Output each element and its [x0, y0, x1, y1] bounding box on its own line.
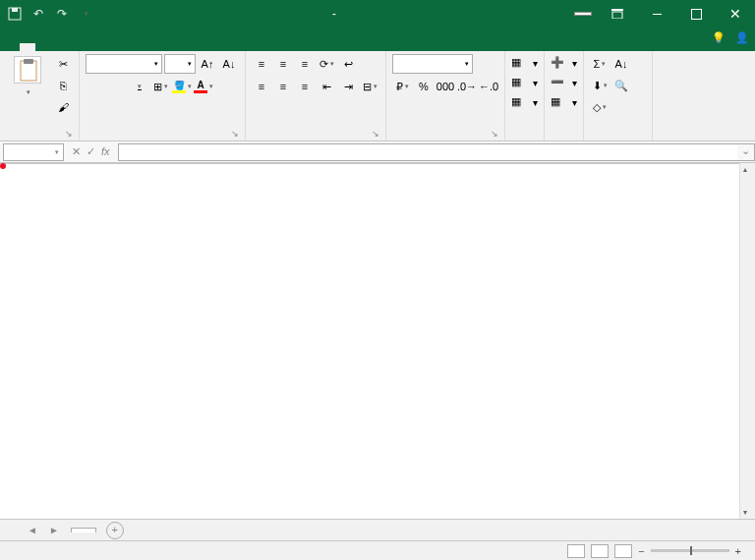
group-alignment: ≡ ≡ ≡ ⟳ ↩ ≡ ≡ ≡ ⇤ ⇥ ⊟ ↘ — [246, 51, 386, 140]
group-editing: ΣA↓ ⬇🔍 ◇ — [584, 51, 653, 140]
format-painter-icon[interactable]: 🖌 — [53, 97, 73, 117]
align-center-icon[interactable]: ≡ — [273, 77, 293, 96]
insert-cells-button[interactable]: ➕ ▾ — [551, 54, 577, 72]
sort-filter-icon[interactable]: A↓ — [611, 54, 631, 74]
add-sheet-button[interactable]: + — [106, 522, 124, 539]
tab-developer[interactable] — [130, 43, 145, 51]
orientation-icon[interactable]: ⟳ — [317, 54, 336, 74]
svg-rect-1 — [12, 8, 18, 12]
align-middle-icon[interactable]: ≡ — [273, 54, 293, 74]
tab-insert[interactable] — [35, 43, 51, 51]
fx-icon[interactable]: fx — [101, 145, 110, 158]
find-select-icon[interactable]: 🔍 — [611, 76, 631, 95]
expand-formula-bar[interactable]: ⌄ — [737, 143, 755, 161]
undo-icon[interactable]: ↶ — [29, 5, 47, 23]
zoom-slider[interactable] — [651, 549, 729, 552]
tab-file[interactable] — [4, 43, 20, 51]
ribbon-options-icon[interactable] — [598, 0, 637, 28]
align-launcher[interactable]: ↘ — [372, 129, 379, 139]
sheet-nav-prev[interactable]: ◄ — [28, 525, 37, 535]
italic-button[interactable] — [107, 77, 127, 96]
decrease-decimal-icon[interactable]: ←.0 — [479, 77, 498, 96]
paste-button[interactable] — [6, 54, 49, 96]
group-clipboard: ✂ ⎘ 🖌 ↘ — [0, 51, 80, 140]
align-top-icon[interactable]: ≡ — [252, 54, 271, 74]
zoom-out-icon[interactable]: − — [638, 545, 644, 557]
status-bar: − + — [0, 540, 755, 560]
zoom-in-icon[interactable]: + — [735, 545, 741, 557]
redo-icon[interactable]: ↷ — [53, 5, 71, 23]
indent-right-icon[interactable]: ⇥ — [338, 77, 358, 96]
save-icon[interactable] — [6, 5, 24, 23]
svg-rect-5 — [24, 59, 33, 64]
align-right-icon[interactable]: ≡ — [295, 77, 315, 96]
increase-decimal-icon[interactable]: .0→ — [457, 77, 477, 96]
comma-format-icon[interactable]: 000 — [436, 77, 455, 96]
page-break-view-icon[interactable] — [614, 544, 632, 558]
ribbon: ✂ ⎘ 🖌 ↘ ▾ ▾ A↑ A↓ ⊞ 🪣 A ↘ — [0, 51, 755, 141]
cancel-formula-icon[interactable]: ✕ — [72, 145, 81, 158]
tab-review[interactable] — [98, 43, 114, 51]
align-left-icon[interactable]: ≡ — [252, 77, 271, 96]
borders-button[interactable]: ⊞ — [150, 77, 170, 96]
fill-icon[interactable]: ⬇ — [590, 76, 610, 95]
enter-formula-icon[interactable]: ✓ — [87, 145, 95, 158]
clipboard-launcher[interactable]: ↘ — [65, 129, 73, 139]
tab-layout[interactable] — [51, 43, 67, 51]
close-button[interactable]: ✕ — [716, 0, 755, 28]
percent-format-icon[interactable]: % — [414, 77, 434, 96]
titlebar: ↶ ↷ - ✕ — [0, 0, 755, 28]
share-button[interactable]: 👤 — [735, 31, 749, 44]
svg-rect-3 — [612, 12, 622, 19]
worksheet-area[interactable] — [0, 163, 755, 519]
format-as-table-button[interactable]: ▦ ▾ — [511, 74, 538, 91]
align-bottom-icon[interactable]: ≡ — [295, 54, 315, 74]
group-font: ▾ ▾ A↑ A↓ ⊞ 🪣 A ↘ — [80, 51, 246, 140]
sheet-tabs: ◄ ► + — [0, 519, 755, 540]
qat-customize[interactable] — [77, 5, 94, 23]
page-layout-view-icon[interactable] — [591, 544, 609, 558]
wrap-text-icon[interactable]: ↩ — [338, 54, 358, 74]
formula-input[interactable] — [118, 143, 737, 161]
number-launcher[interactable]: ↘ — [491, 129, 498, 139]
autosum-icon[interactable]: Σ — [590, 54, 610, 74]
font-color-button[interactable]: A — [194, 77, 213, 96]
cell-styles-button[interactable]: ▦ ▾ — [511, 93, 538, 111]
font-name-select[interactable]: ▾ — [86, 54, 162, 74]
clear-icon[interactable]: ◇ — [590, 97, 610, 117]
tab-home[interactable] — [20, 43, 35, 51]
cut-icon[interactable]: ✂ — [53, 54, 73, 74]
minimize-button[interactable] — [637, 0, 676, 28]
underline-button[interactable] — [129, 77, 148, 96]
font-size-select[interactable]: ▾ — [164, 54, 196, 74]
vertical-scrollbar[interactable] — [739, 163, 755, 519]
maximize-button[interactable] — [676, 0, 716, 28]
grow-font-icon[interactable]: A↑ — [198, 54, 217, 74]
font-launcher[interactable]: ↘ — [231, 129, 239, 139]
copy-icon[interactable]: ⎘ — [53, 76, 73, 95]
accounting-format-icon[interactable]: ₽ — [392, 77, 412, 96]
conditional-formatting-button[interactable]: ▦ ▾ — [511, 54, 538, 72]
tab-help[interactable] — [145, 43, 161, 51]
normal-view-icon[interactable] — [567, 544, 585, 558]
group-number: ▾ ₽ % 000 .0→ ←.0 ↘ — [386, 51, 505, 140]
indent-left-icon[interactable]: ⇤ — [317, 77, 336, 96]
name-box[interactable]: ▾ — [3, 143, 64, 161]
tab-view[interactable] — [114, 43, 130, 51]
delete-cells-button[interactable]: ➖ ▾ — [551, 74, 577, 91]
fill-color-button[interactable]: 🪣 — [172, 77, 192, 96]
merge-icon[interactable]: ⊟ — [360, 77, 379, 96]
tab-data[interactable] — [83, 43, 98, 51]
bold-button[interactable] — [86, 77, 105, 96]
tab-formulas[interactable] — [67, 43, 83, 51]
number-format-select[interactable]: ▾ — [392, 54, 473, 74]
shrink-font-icon[interactable]: A↓ — [219, 54, 239, 74]
ribbon-tabs: 💡 👤 — [0, 28, 755, 51]
format-cells-button[interactable]: ▦ ▾ — [551, 93, 577, 111]
group-styles: ▦ ▾ ▦ ▾ ▦ ▾ — [505, 51, 545, 140]
sheet-tab[interactable] — [71, 528, 96, 532]
sheet-nav-next[interactable]: ► — [49, 525, 59, 535]
tell-me[interactable]: 💡 — [712, 31, 726, 44]
login-button[interactable] — [574, 12, 592, 16]
svg-rect-2 — [611, 9, 623, 11]
